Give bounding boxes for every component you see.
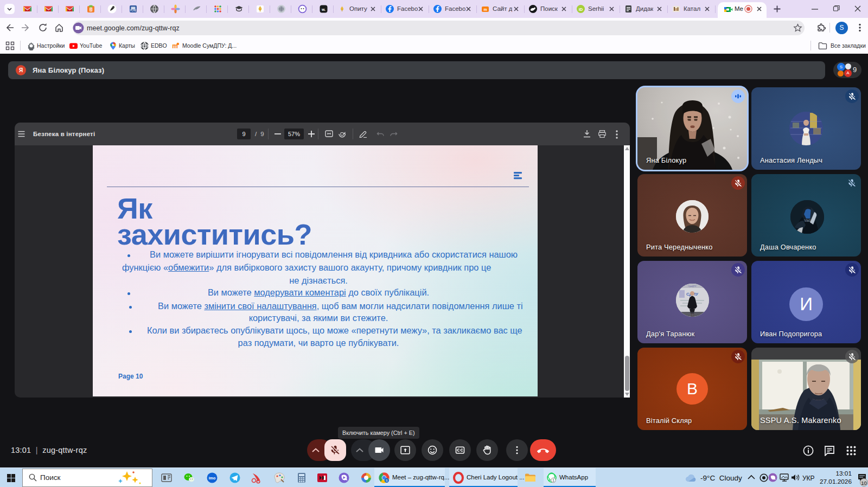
svg-text:m: m [483, 8, 487, 11]
svg-text:PLAE: PLAE [130, 9, 137, 12]
svg-text:iD: iD [579, 7, 583, 12]
svg-text:Vad: Vad [804, 219, 810, 222]
svg-text:w.: w. [321, 8, 326, 11]
svg-text:3: 3 [90, 8, 92, 11]
svg-text:1: 1 [552, 478, 554, 483]
svg-text:СумДПУ: СумДПУ [688, 285, 697, 287]
svg-text:S: S [386, 479, 388, 482]
svg-text:imo: imo [209, 476, 215, 480]
